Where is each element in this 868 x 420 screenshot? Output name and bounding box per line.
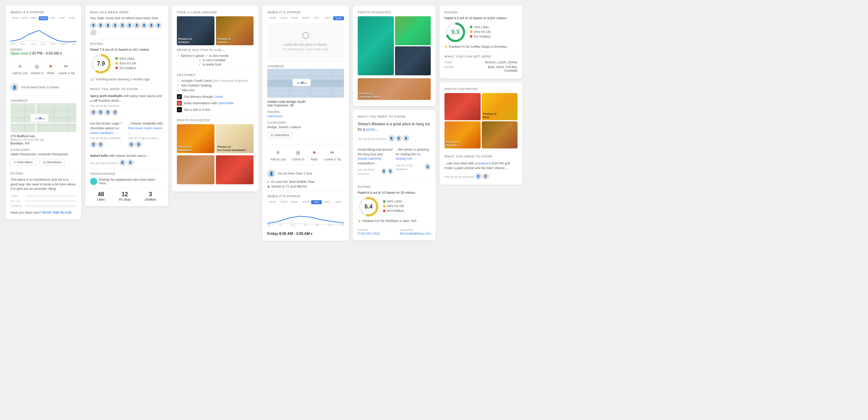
website-val[interactable]: themeatballshop.com bbox=[400, 232, 431, 235]
say-text-3: Is very crowded bbox=[203, 58, 225, 62]
can-get-food: Food Brunch, Lunch, Dinner bbox=[444, 60, 518, 64]
list-icon: ≡ bbox=[16, 62, 24, 70]
tip-btn-4[interactable]: ✏ Leave a Tip bbox=[324, 148, 341, 161]
column-4: WHEN IT'S POPPIN' MON TUES WED THUR FRI … bbox=[262, 5, 349, 415]
directions-btn-4[interactable]: ◎ Directions bbox=[267, 132, 292, 138]
tip4-bold: Naked balls bbox=[90, 154, 108, 158]
photo-exterior[interactable]: Photos ofExterior bbox=[177, 16, 214, 45]
avatar-1: 👤 bbox=[90, 22, 97, 29]
closed-banner: ⬡ Looks like this place is closed. Try s… bbox=[267, 23, 344, 58]
see-all-50[interactable]: See all 50 tip mentions bbox=[358, 137, 387, 140]
card-restaurant-tips: WHO HAS BEEN HERE You, Matt, David and 1… bbox=[85, 5, 168, 206]
rating-row: 7.9 54% Likes 41% It's OK 5% Dislikes bbox=[90, 53, 163, 75]
beer-label: Photos ofBeer bbox=[483, 112, 497, 119]
hours-row: HOURS Open now 2:00 PM - 4:00 AM ▾ bbox=[10, 48, 76, 55]
day-labels-4: MON TUES WED THUR FRI SAT SUN bbox=[267, 16, 344, 20]
photo-beer-1[interactable] bbox=[444, 93, 481, 120]
avatar-more: + bbox=[90, 29, 97, 36]
photo-beer-extra[interactable] bbox=[482, 121, 518, 148]
veg-stats: 48 Likes 12 It's okay 3 Dislikes bbox=[90, 188, 163, 201]
veg-label: VEGETARIANS bbox=[90, 172, 163, 176]
address-label: ADDRESS bbox=[10, 99, 76, 102]
tip3-avatar1: 👤 bbox=[128, 141, 135, 148]
rate-link[interactable]: RATE THIS PLACE bbox=[43, 211, 72, 214]
can-get-drinks: Drinks Beer, Wine, Full Bar, Cocktails bbox=[444, 65, 518, 72]
tip-btn[interactable]: ✏ Leave a Tip bbox=[58, 62, 75, 75]
photo-meatballs[interactable]: Photos ofMeatballs bbox=[177, 124, 214, 153]
likes-dot-6 bbox=[470, 26, 472, 28]
add-list-btn-4[interactable]: ≡ Add to List bbox=[270, 148, 286, 161]
rate-btn-4[interactable]: ♥ Rate bbox=[310, 148, 318, 161]
hours-dropdown-icon[interactable]: ▾ bbox=[60, 51, 62, 55]
tip-link-6[interactable]: bratwurst bbox=[478, 161, 491, 165]
photo-fav-bottom-left[interactable] bbox=[395, 46, 431, 75]
phone-val[interactable]: (718) 551-0520 bbox=[358, 232, 380, 235]
address-block: 270 Bedford Ave. (btwn N 7th & N 8th St)… bbox=[10, 134, 76, 145]
avatar-2: 👤 bbox=[97, 22, 104, 29]
quote1-link[interactable]: people watching bbox=[358, 157, 381, 160]
user-avatar: 👤 bbox=[10, 83, 18, 91]
okay-pct: 41% It's OK bbox=[119, 62, 136, 65]
rating-breakdown-5: 54% Likes 46% It's OK 0% Dislikes bbox=[383, 200, 431, 214]
opentable-link[interactable]: OpenTable bbox=[218, 101, 234, 105]
say-text-4: Is pretty loud bbox=[203, 63, 221, 66]
avatar-10: 👤 bbox=[155, 22, 162, 29]
see-all-14[interactable]: See all 14 tip mentions bbox=[396, 163, 423, 171]
column-5: PHOTO FAVORITES Photos ofAvocado Toast W… bbox=[353, 5, 436, 415]
tip-link-5[interactable]: picnic bbox=[366, 127, 375, 131]
tip-rest-5: ... bbox=[375, 127, 378, 131]
photo-fav-label-6: PHOTO FAVORITES bbox=[444, 87, 518, 91]
directions-btn-1[interactable]: ◎ Directions bbox=[40, 159, 65, 165]
tip2-avatar2: 👤 bbox=[97, 141, 104, 148]
tip1-avatar1: 👤 bbox=[90, 109, 97, 116]
rate-btn[interactable]: ♥ Rate bbox=[47, 62, 55, 75]
day4-sun: SUN bbox=[333, 16, 344, 20]
map-area-4: 15 mins bbox=[267, 69, 344, 98]
rating-donut-6: 9.3 bbox=[444, 21, 466, 43]
photo-fav-tall[interactable] bbox=[358, 16, 394, 75]
check-1: ✓ bbox=[177, 54, 180, 58]
photo-ice-cream[interactable]: Photos ofIce Cream Sandwich bbox=[216, 124, 254, 153]
photo-fav-top-right[interactable] bbox=[395, 16, 431, 45]
add-to-list-btn[interactable]: ≡ Add to List bbox=[12, 62, 27, 75]
rating-text-6: Rated 9.3 out of 10 based on 9,687 visit… bbox=[444, 16, 518, 20]
avatar-5: 👤 bbox=[119, 22, 125, 29]
photo-extra1[interactable] bbox=[177, 155, 214, 184]
tip3-see-all[interactable]: See all 13 tips mentions bbox=[128, 136, 163, 140]
rating-number: 7.9 bbox=[90, 53, 112, 75]
avatar-3: 👤 bbox=[105, 22, 111, 29]
day-fri: FRI bbox=[48, 16, 58, 20]
photo-extra2[interactable] bbox=[216, 155, 254, 184]
feature-cc: ✓ Accepts Credit Cards (incl. American E… bbox=[177, 79, 254, 83]
photo-pretzels[interactable]: Photos ofPretzels bbox=[444, 121, 481, 148]
okay-bar-6: 25% It's OK bbox=[470, 30, 518, 34]
photo-beer-2[interactable]: Photos ofBeer bbox=[482, 93, 518, 120]
tip2-see-all[interactable]: See all 18 tips mentions bbox=[90, 136, 125, 140]
tip3-link[interactable]: Parmesan cream sauce bbox=[128, 126, 162, 130]
hours-value-4b: Friday 8:00 AM - 3:00 AM ▾ bbox=[267, 232, 312, 236]
tip4-see-all[interactable]: See all 2 tip mentions bbox=[90, 161, 118, 165]
tip1-see-all[interactable]: See all 45 tip mentions bbox=[90, 104, 163, 108]
checkin-label-4: Check in bbox=[292, 158, 304, 161]
view-menu-btn[interactable]: ≡ View Menu bbox=[10, 159, 36, 165]
photo-avocado[interactable]: Photos ofAvocado Toast bbox=[358, 78, 431, 100]
check-3: ✓ bbox=[199, 58, 201, 62]
check-in-btn[interactable]: ◎ Check in bbox=[31, 62, 43, 75]
winter-avatar1: 👤 bbox=[425, 163, 431, 170]
caviar-link[interactable]: Caviar bbox=[214, 95, 224, 98]
tip-meatballs: Spicy pork meatballs with spicy meat sau… bbox=[90, 94, 163, 116]
card-coffee-rating: RATING Rated 9.3 out of 10 based on 9,68… bbox=[439, 5, 523, 79]
quote2-rest: ... bbox=[413, 157, 416, 160]
closed-icon: ⬡ bbox=[275, 30, 337, 41]
feature-text-3: Take-Out bbox=[181, 88, 195, 92]
likes-dot-5 bbox=[383, 200, 386, 203]
checkin-btn-4[interactable]: ◎ Check in bbox=[292, 148, 304, 161]
see-all-45-6[interactable]: See all 45 tip mentions bbox=[444, 175, 474, 178]
meatballs-label: Photos ofMeatballs bbox=[178, 145, 192, 152]
star-icon-5: ★ bbox=[358, 219, 361, 223]
add-hours-btn[interactable]: Add Hours bbox=[267, 114, 344, 118]
food-label: Food bbox=[444, 60, 452, 64]
see-all-26[interactable]: See all 26 tip mentions bbox=[358, 168, 380, 176]
photo-interior[interactable]: Photos ofInterior bbox=[216, 16, 254, 45]
hours-dropdown-4b[interactable]: ▾ bbox=[311, 232, 312, 236]
